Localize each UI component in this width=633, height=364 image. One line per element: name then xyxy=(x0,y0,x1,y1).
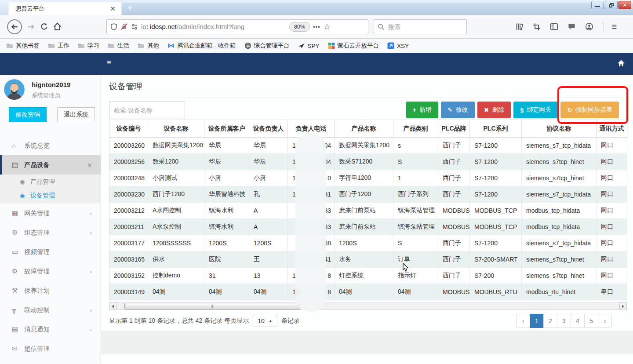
change-password-button[interactable]: 修改密码 xyxy=(9,107,47,122)
browser-search-box[interactable] xyxy=(374,19,467,34)
table-row[interactable]: 2000031771200SSSSSS1200S1200S881200SS西门子… xyxy=(109,235,627,251)
bookmark-item[interactable]: 其他书签 xyxy=(6,42,40,50)
table-row[interactable]: 200003211A水泵控制镇海水利A33庶来门前泵站镇海泵站管理MODBUSM… xyxy=(109,219,627,235)
toolbar-button-新增[interactable]: +新增 xyxy=(406,102,438,118)
avatar xyxy=(4,79,25,100)
scroll-right-arrow[interactable] xyxy=(619,302,627,310)
table-row[interactable]: 200003230西门子1200华辰智通科技孔131西门子1200西门子系列西门… xyxy=(109,186,627,203)
table-row[interactable]: 200003212A水闸控制镇海水利A33庶来门前泵站镇海泵站管理MODBUSM… xyxy=(109,203,627,219)
scrollbar-thumb[interactable] xyxy=(124,303,300,309)
page-button-3[interactable]: 3 xyxy=(557,314,571,328)
reload-button[interactable] xyxy=(40,23,48,30)
bookmark-star-icon[interactable]: ☆ xyxy=(324,22,331,32)
page-button-5[interactable]: 5 xyxy=(584,314,598,328)
messages-button[interactable] xyxy=(568,22,576,31)
column-header-PLC系列[interactable]: PLC系列 xyxy=(470,120,522,138)
table-cell: 西门子 xyxy=(438,186,470,203)
forward-button[interactable] xyxy=(27,23,35,31)
column-header-设备所属客户[interactable]: 设备所属客户 xyxy=(204,120,249,138)
sidebar-item-故障管理[interactable]: ⚙故障管理‹ xyxy=(0,262,101,281)
table-cell: 西门子 xyxy=(438,235,470,251)
sidebar: hignton2019 系统管理员 修改密码 退出系统 ⌂系统总览▤产品设备∨◉… xyxy=(0,75,101,364)
bookmark-item[interactable]: 综合管理平台 xyxy=(244,42,290,50)
sidebar-item-label: 系统总览 xyxy=(24,142,50,150)
bookmark-item[interactable]: 学习 xyxy=(78,42,99,50)
sidebar-item-label: 消息通知 xyxy=(24,325,50,334)
bookmark-item[interactable]: 工作 xyxy=(48,42,69,50)
minimize-button[interactable] xyxy=(591,1,604,9)
sidebars-button[interactable] xyxy=(550,22,558,31)
table-row[interactable]: 20000314904测04测04测15804测04测MODBUSMODBUS_… xyxy=(109,284,627,300)
page-size-select[interactable]: 10 ▲ xyxy=(253,315,277,327)
table-cell: 庶来门前泵站 xyxy=(335,203,393,219)
page-next-button[interactable]: › xyxy=(598,314,612,328)
tab-close-icon[interactable]: ✕ xyxy=(110,5,121,13)
new-tab-button[interactable]: + xyxy=(127,4,133,12)
table-cell: S7-1200 xyxy=(470,154,522,170)
restore-button[interactable] xyxy=(605,1,618,9)
bookmark-item[interactable]: XSY xyxy=(387,42,409,49)
table-cell: S xyxy=(393,154,438,170)
page-button-2[interactable]: 2 xyxy=(543,314,557,328)
browser-tab[interactable]: 思普云平台 ✕ xyxy=(8,2,121,15)
app-home-button[interactable] xyxy=(617,59,625,67)
logout-button[interactable]: 退出系统 xyxy=(57,107,95,122)
toolbar-button-删除[interactable]: ✖删除 xyxy=(477,102,511,118)
scroll-left-arrow[interactable] xyxy=(109,302,116,310)
sidebar-item-保养计划[interactable]: ⚒保养计划 xyxy=(0,281,101,300)
table-row[interactable]: 200003152控制demo311318灯控系统指示灯西门子S7-200sie… xyxy=(109,268,627,284)
sidebar-subitem-产品管理[interactable]: ◉产品管理 xyxy=(0,175,101,189)
zoom-level-badge[interactable]: 80% xyxy=(289,22,310,32)
home-button[interactable] xyxy=(53,22,62,31)
table-cell: 200003211 xyxy=(109,219,148,235)
page-prev-button[interactable]: ‹ xyxy=(516,314,530,328)
sidebar-item-网关管理[interactable]: ▦网关管理‹ xyxy=(0,204,101,223)
bookmark-item[interactable]: 其他 xyxy=(138,42,159,50)
column-header-产品名称[interactable]: 产品名称 xyxy=(335,120,393,138)
column-header-PLC品牌[interactable]: PLC品牌 xyxy=(438,120,470,138)
table-row[interactable]: 200003260数据网关采集1200华辰华辰104数据网关采集1200s西门子… xyxy=(109,138,627,154)
table-row[interactable]: 200003248小唐测试小唐小唐10字符串12001西门子S7-1200sie… xyxy=(109,170,627,186)
column-header-设备名称[interactable]: 设备名称 xyxy=(148,120,204,138)
account-button[interactable] xyxy=(585,22,593,31)
library-button[interactable] xyxy=(515,22,524,31)
column-header-设备编号[interactable]: 设备编号 xyxy=(109,120,148,138)
sidebar-item-产品设备[interactable]: ▤产品设备∨ xyxy=(0,155,101,175)
book-icon: ▤ xyxy=(12,325,24,333)
xsy-icon xyxy=(387,42,394,49)
bookmark-item[interactable]: 萤石云开放平台 xyxy=(328,42,379,50)
sidebar-item-系统总览[interactable]: ⌂系统总览 xyxy=(0,136,101,155)
page-button-4[interactable]: 4 xyxy=(571,314,585,328)
sidebar-item-视频管理[interactable]: ▭视频管理 xyxy=(0,242,101,262)
column-header-设备负责人[interactable]: 设备负责人 xyxy=(249,120,288,138)
menu-button[interactable]: ≡ xyxy=(611,22,617,32)
browser-search-input[interactable] xyxy=(387,23,453,31)
sidebar-item-联动控制[interactable]: ┳联动控制‹ xyxy=(0,300,101,320)
mouse-cursor xyxy=(403,263,409,272)
sidebar-item-短信管理[interactable]: ✉短信管理 xyxy=(0,339,101,358)
toolbar-button-修改[interactable]: ✎修改 xyxy=(441,102,475,118)
sidebar-item-车间管理[interactable]: ▦车间管理 xyxy=(0,358,101,364)
sidebar-toggle-icon[interactable]: ≡ xyxy=(107,58,111,67)
column-header-产品类别[interactable]: 产品类别 xyxy=(393,120,438,138)
toolbar-button-绑定网关[interactable]: §绑定网关 xyxy=(513,102,558,118)
page-actions-icon[interactable]: ••• xyxy=(313,23,320,30)
device-search-input[interactable] xyxy=(109,102,185,119)
sidebar-subitem-设备管理[interactable]: ◉设备管理 xyxy=(0,189,101,202)
sidebar-item-组态管理[interactable]: ⚙组态管理‹ xyxy=(0,223,101,242)
table-row[interactable]: 200003256数采1200华辰华辰104数采S71200S西门子S7-120… xyxy=(109,154,627,170)
horizontal-scrollbar[interactable] xyxy=(109,302,627,310)
bookmark-item[interactable]: SPY xyxy=(298,42,320,49)
close-button[interactable]: ✕ xyxy=(618,1,631,9)
page-button-1[interactable]: 1 xyxy=(530,314,544,328)
sidebar-menu: ⌂系统总览▤产品设备∨◉产品管理◉设备管理▦网关管理‹⚙组态管理‹▭视频管理⚙故… xyxy=(0,136,101,364)
scrollbar-track[interactable] xyxy=(116,302,619,310)
url-bar[interactable]: iot.idosp.net/admin/index.html?lang 80% … xyxy=(106,19,368,34)
bookmark-item[interactable]: 腾讯企业邮箱 - 收件箱 xyxy=(167,42,236,50)
table-row[interactable]: 200003165供水医院王41水务订单西门子S7-200-SMARTsieme… xyxy=(109,251,627,268)
screenshot-button[interactable] xyxy=(533,23,541,31)
folder-icon xyxy=(48,42,55,49)
back-button[interactable] xyxy=(7,19,22,34)
bookmark-item[interactable]: 生活 xyxy=(108,42,129,50)
sidebar-item-消息通知[interactable]: ▤消息通知‹ xyxy=(0,320,101,339)
